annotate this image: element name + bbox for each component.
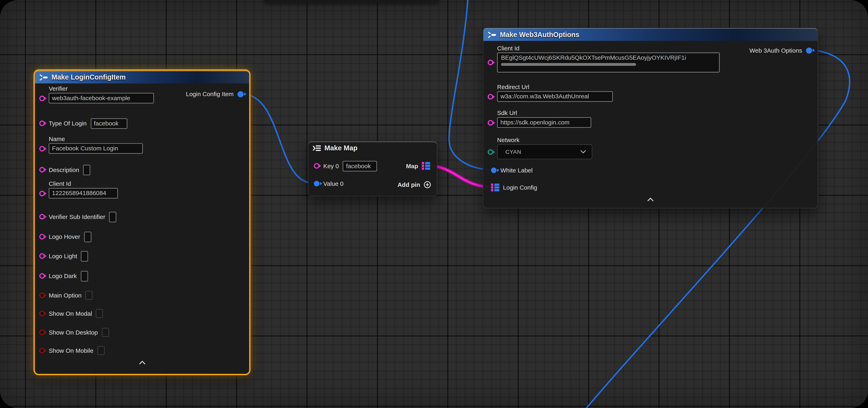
show-on-mobile-checkbox[interactable] — [97, 346, 104, 355]
input-pin-logo-hover[interactable] — [39, 234, 45, 239]
pin-label: Verifier — [49, 85, 154, 93]
pin-label: Show On Modal — [49, 310, 92, 317]
pin-label: Logo Hover — [49, 233, 80, 240]
client-id-scrollbar[interactable] — [501, 63, 637, 66]
pin-row-client-id: Client Id 1222658941886084 — [39, 180, 118, 199]
pin-label: Main Option — [49, 292, 82, 299]
pin-row-logo-light: Logo Light — [39, 250, 88, 262]
pin-row-name: Name Facebook Custom Login — [39, 135, 143, 154]
input-pin-verifier[interactable] — [39, 95, 45, 101]
client-id-input[interactable]: 1222658941886084 — [49, 188, 118, 199]
input-pin-verifier-sub-identifier[interactable] — [39, 214, 45, 219]
input-pin-client-id[interactable] — [488, 60, 493, 65]
pin-label: Value 0 — [323, 180, 344, 187]
logo-dark-input[interactable] — [81, 271, 88, 281]
pin-label: Show On Desktop — [49, 329, 98, 336]
pin-label: Web 3Auth Options — [749, 47, 802, 54]
input-pin-sdk-url[interactable] — [488, 120, 493, 125]
input-pin-description[interactable] — [39, 167, 45, 172]
pin-row-client-id: Client Id BEglQSgt4cUWcj6SKRdu5QkOXTsePm… — [488, 45, 720, 72]
output-pin-web3auth-options[interactable] — [806, 47, 812, 54]
node-make-map-header[interactable]: Make Map — [308, 141, 437, 154]
graph-canvas[interactable]: Make LoginConfigItem Login Config Item V… — [0, 0, 868, 408]
pin-label: Show On Mobile — [49, 347, 93, 354]
description-input[interactable] — [83, 165, 90, 175]
add-pin-button[interactable]: Add pin — [398, 178, 431, 192]
pin-label: Login Config — [503, 184, 537, 191]
pin-row-login-config-item-out: Login Config Item — [186, 88, 244, 101]
input-pin-name[interactable] — [39, 146, 45, 151]
node-make-web3authoptions[interactable]: Make Web3AuthOptions Web 3Auth Options C… — [483, 28, 818, 208]
pin-row-verifier-sub-identifier: Verifier Sub Identifier — [39, 211, 116, 223]
pin-label: Network — [497, 137, 592, 144]
input-pin-white-label[interactable] — [491, 168, 496, 173]
input-pin-client-id[interactable] — [39, 191, 45, 196]
network-selected-value: CYAN — [505, 149, 521, 155]
node-make-web3authoptions-header[interactable]: Make Web3AuthOptions — [483, 28, 817, 41]
pin-row-description: Description — [39, 164, 90, 176]
pin-label: Client Id — [49, 180, 118, 188]
pin-row-network: Network CYAN — [488, 137, 592, 159]
pin-label: Name — [49, 135, 143, 143]
make-map-icon — [312, 145, 321, 151]
pin-row-logo-hover: Logo Hover — [39, 231, 91, 243]
pin-row-white-label: White Label — [491, 164, 532, 176]
input-pin-logo-light[interactable] — [39, 253, 45, 259]
name-input[interactable]: Facebook Custom Login — [49, 143, 143, 154]
show-on-modal-checkbox[interactable] — [96, 309, 103, 318]
input-pin-logo-dark[interactable] — [39, 273, 45, 279]
pin-row-login-config: Login Config — [491, 181, 537, 194]
input-pin-main-option[interactable] — [39, 293, 45, 298]
make-struct-icon — [39, 74, 48, 81]
pin-row-verifier: Verifier web3auth-facebook-example — [39, 85, 154, 103]
collapse-chevron-icon[interactable] — [138, 361, 146, 365]
blueprint-editor: Make LoginConfigItem Login Config Item V… — [0, 0, 868, 408]
pin-label: White Label — [500, 167, 533, 174]
input-pin-show-on-mobile[interactable] — [39, 348, 45, 353]
pin-row-main-option: Main Option — [39, 289, 93, 301]
input-pin-show-on-modal[interactable] — [39, 311, 45, 316]
show-on-desktop-checkbox[interactable] — [102, 328, 109, 337]
input-pin-login-config[interactable] — [491, 183, 499, 192]
sdk-url-input[interactable]: https://sdk.openlogin.com — [497, 117, 591, 128]
input-pin-network[interactable] — [488, 149, 493, 155]
collapse-chevron-icon[interactable] — [647, 197, 654, 202]
wire-loginconfigitem-to-value0[interactable] — [241, 94, 313, 183]
input-pin-value-0[interactable] — [314, 181, 319, 186]
pin-label: Redirect Url — [497, 83, 613, 91]
logo-hover-input[interactable] — [84, 231, 91, 242]
node-make-loginconfigitem[interactable]: Make LoginConfigItem Login Config Item V… — [35, 71, 249, 374]
main-option-checkbox[interactable] — [86, 291, 93, 300]
input-pin-key-0[interactable] — [314, 163, 319, 169]
node-make-map[interactable]: Make Map Key 0 facebook Value 0 Map Add … — [308, 141, 437, 196]
pin-label: Login Config Item — [186, 91, 234, 97]
client-id-input[interactable]: BEglQSgt4cUWcj6SKRdu5QkOXTsePmMcusG5EAoy… — [497, 53, 720, 72]
verifier-input[interactable]: web3auth-facebook-example — [49, 93, 154, 103]
verifier-sub-identifier-input[interactable] — [109, 211, 117, 222]
node-make-loginconfigitem-header[interactable]: Make LoginConfigItem — [35, 71, 249, 83]
make-struct-icon — [487, 32, 496, 38]
pin-label: Type Of Login — [49, 120, 87, 127]
input-pin-redirect-url[interactable] — [488, 94, 493, 99]
type-of-login-input[interactable]: facebook — [91, 118, 127, 129]
pin-row-key-0: Key 0 facebook — [314, 159, 377, 173]
pin-label: Verifier Sub Identifier — [49, 213, 105, 220]
network-dropdown[interactable]: CYAN — [497, 144, 592, 159]
output-pin-login-config-item[interactable] — [238, 91, 244, 97]
key-0-input[interactable]: facebook — [343, 161, 377, 171]
pin-label: Description — [49, 166, 79, 173]
logo-light-input[interactable] — [81, 251, 88, 261]
pin-label: Logo Dark — [49, 273, 77, 279]
pin-label: Map — [406, 163, 418, 169]
redirect-url-input[interactable]: w3a://com.w3a.Web3AuthUnreal — [497, 91, 613, 102]
pin-label: Logo Light — [49, 253, 77, 260]
input-pin-show-on-desktop[interactable] — [39, 330, 45, 335]
pin-row-show-on-mobile: Show On Mobile — [39, 344, 104, 356]
client-id-text: BEglQSgt4cUWcj6SKRdu5QkOXTsePmMcusG5EAoy… — [501, 54, 716, 61]
output-pin-map[interactable] — [422, 162, 430, 170]
pin-row-logo-dark: Logo Dark — [39, 270, 88, 282]
node-title: Make Map — [324, 144, 358, 152]
input-pin-type-of-login[interactable] — [39, 121, 45, 126]
pin-row-map-out: Map — [406, 159, 430, 173]
node-title: Make LoginConfigItem — [52, 73, 126, 81]
